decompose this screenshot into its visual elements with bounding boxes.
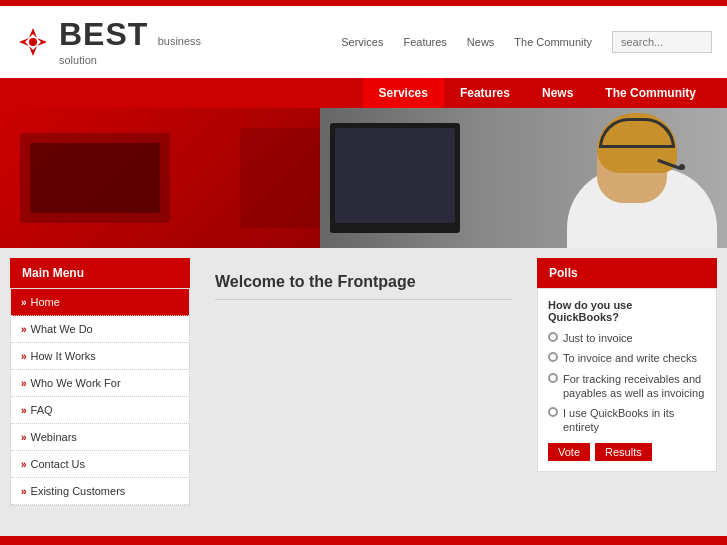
header-nav-news[interactable]: News (467, 36, 495, 48)
header: BEST businesssolution Services Features … (0, 6, 727, 78)
poll-option-1: To invoice and write checks (548, 351, 706, 365)
sidebar-menu: » Home » What We Do » How It Works » Who… (10, 288, 190, 506)
sidebar-item-existing[interactable]: » Existing Customers (11, 478, 189, 505)
poll-label-1: To invoice and write checks (563, 351, 697, 365)
sidebar-label-home: Home (31, 296, 60, 308)
polls-question: How do you use QuickBooks? (548, 299, 706, 323)
poll-option-2: For tracking receivables and payables as… (548, 372, 706, 401)
logo-icon (15, 24, 51, 60)
sidebar-header: Main Menu (10, 258, 190, 288)
poll-option-0: Just to invoice (548, 331, 706, 345)
arrow-icon: » (21, 405, 27, 416)
footer: Joomla Templates (0, 536, 727, 545)
nav-news[interactable]: News (526, 78, 589, 108)
poll-radio-2[interactable] (548, 373, 558, 383)
sidebar: Main Menu » Home » What We Do » How It W… (10, 258, 190, 526)
polls-header: Polls (537, 258, 717, 288)
arrow-icon: » (21, 378, 27, 389)
sidebar-label-howitworks: How It Works (31, 350, 96, 362)
poll-option-3: I use QuickBooks in its entirety (548, 406, 706, 435)
poll-label-3: I use QuickBooks in its entirety (563, 406, 706, 435)
sidebar-item-home[interactable]: » Home (11, 289, 189, 316)
sidebar-item-whoworkfor[interactable]: » Who We Work For (11, 370, 189, 397)
svg-point-0 (29, 38, 37, 46)
sidebar-item-webinars[interactable]: » Webinars (11, 424, 189, 451)
arrow-icon: » (21, 486, 27, 497)
hero-right (320, 108, 727, 248)
nav-features[interactable]: Features (444, 78, 526, 108)
content-row: Main Menu » Home » What We Do » How It W… (10, 258, 717, 526)
header-nav-community[interactable]: The Community (514, 36, 592, 48)
arrow-icon: » (21, 351, 27, 362)
sidebar-label-contactus: Contact Us (31, 458, 85, 470)
logo: BEST businesssolution (15, 16, 201, 67)
hero-banner (0, 108, 727, 248)
sidebar-item-howitworks[interactable]: » How It Works (11, 343, 189, 370)
poll-label-0: Just to invoice (563, 331, 633, 345)
sidebar-label-whatwedo: What We Do (31, 323, 93, 335)
arrow-icon: » (21, 459, 27, 470)
poll-radio-0[interactable] (548, 332, 558, 342)
sidebar-item-contactus[interactable]: » Contact Us (11, 451, 189, 478)
page-title: Welcome to the Frontpage (215, 273, 512, 300)
arrow-icon: » (21, 432, 27, 443)
results-button[interactable]: Results (595, 443, 652, 461)
nav-community[interactable]: The Community (589, 78, 712, 108)
polls-widget: Polls How do you use QuickBooks? Just to… (537, 258, 717, 526)
arrow-icon: » (21, 324, 27, 335)
logo-text-big: BEST (59, 16, 148, 52)
hero-left (0, 108, 320, 248)
content-area: Welcome to the Frontpage (200, 258, 527, 526)
sidebar-label-existing: Existing Customers (31, 485, 126, 497)
sidebar-item-whatwedo[interactable]: » What We Do (11, 316, 189, 343)
poll-radio-3[interactable] (548, 407, 558, 417)
header-nav: Services Features News The Community (341, 36, 592, 48)
poll-radio-1[interactable] (548, 352, 558, 362)
poll-buttons: Vote Results (548, 443, 706, 461)
main-area: Main Menu » Home » What We Do » How It W… (0, 248, 727, 536)
nav-services[interactable]: Services (363, 78, 444, 108)
header-nav-features[interactable]: Features (403, 36, 446, 48)
search-input[interactable] (612, 31, 712, 53)
sidebar-item-faq[interactable]: » FAQ (11, 397, 189, 424)
vote-button[interactable]: Vote (548, 443, 590, 461)
poll-label-2: For tracking receivables and payables as… (563, 372, 706, 401)
arrow-icon: » (21, 297, 27, 308)
sidebar-label-whoworkfor: Who We Work For (31, 377, 121, 389)
polls-body: How do you use QuickBooks? Just to invoi… (537, 288, 717, 472)
sidebar-label-faq: FAQ (31, 404, 53, 416)
sidebar-label-webinars: Webinars (31, 431, 77, 443)
navbar: Services Features News The Community (0, 78, 727, 108)
header-nav-services[interactable]: Services (341, 36, 383, 48)
